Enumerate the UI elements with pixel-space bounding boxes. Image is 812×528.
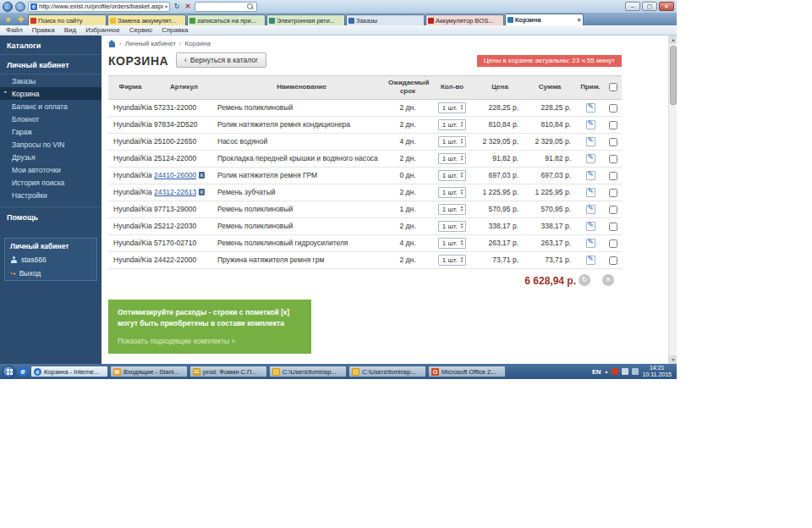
browser-tab-5[interactable]: Аккумулятор BOS... xyxy=(425,14,504,25)
browser-tab-2[interactable]: записаться на при... xyxy=(187,14,266,25)
logout-link[interactable]: ↪ Выход xyxy=(5,267,96,280)
sidebar-item-2[interactable]: Баланс и оплата xyxy=(0,100,102,113)
browser-tab-4[interactable]: Заказы xyxy=(346,14,425,25)
antivirus-tray-icon[interactable] xyxy=(612,368,618,375)
stepper-arrows-icon[interactable]: ▲▼ xyxy=(460,256,464,264)
row-checkbox[interactable] xyxy=(609,104,617,113)
close-button[interactable]: ✕ xyxy=(659,2,674,11)
sidebar-item-3[interactable]: Блокнот xyxy=(0,113,102,125)
menu-item[interactable]: Вид xyxy=(64,26,76,34)
row-checkbox[interactable] xyxy=(609,206,617,214)
user-link[interactable]: stas666 xyxy=(5,253,96,267)
breadcrumb-account-link[interactable]: Личный кабинет xyxy=(125,40,176,47)
taskbar-button-1[interactable]: ✉Входящие - Stani... xyxy=(110,366,188,377)
menu-item[interactable]: Файл xyxy=(6,26,23,34)
sidebar-item-1[interactable]: ▪Корзина xyxy=(0,87,102,100)
page-scrollbar[interactable]: ▲ ▼ xyxy=(668,36,677,364)
back-to-catalog-button[interactable]: ‹ Вернуться в каталог xyxy=(176,52,266,68)
maximize-button[interactable]: ▢ xyxy=(642,2,657,11)
taskbar-button-0[interactable]: eКорзина - Interne... xyxy=(30,366,108,377)
quantity-stepper[interactable]: 1 шт.▲▼ xyxy=(438,170,467,181)
menu-item[interactable]: Правка xyxy=(32,26,55,34)
quantity-stepper[interactable]: 1 шт.▲▼ xyxy=(438,136,467,147)
sidebar-item-6[interactable]: Друзья xyxy=(0,151,102,163)
home-icon[interactable] xyxy=(108,40,116,47)
sidebar-item-8[interactable]: История поиска xyxy=(0,176,102,189)
stepper-arrows-icon[interactable]: ▲▼ xyxy=(460,104,464,112)
ie-quicklaunch-icon[interactable]: e xyxy=(18,366,28,377)
sidebar-item-9[interactable]: Настройки xyxy=(0,189,102,201)
scrollbar-thumb[interactable] xyxy=(670,46,677,105)
search-box[interactable] xyxy=(195,2,257,12)
note-edit-icon[interactable] xyxy=(586,103,595,113)
select-all-checkbox[interactable] xyxy=(609,83,617,91)
recalculate-button[interactable]: ↻ xyxy=(579,274,590,286)
quantity-stepper[interactable]: 1 шт.▲▼ xyxy=(438,102,467,113)
sidebar-item-0[interactable]: Заказы xyxy=(0,74,102,87)
show-kits-link[interactable]: Показать подходящие комплекты » xyxy=(118,337,302,345)
taskbar-button-5[interactable]: OMicrosoft Office 2... xyxy=(428,366,506,377)
note-edit-icon[interactable] xyxy=(586,171,595,180)
clock[interactable]: 14:21 10.11.2015 xyxy=(642,365,674,379)
stepper-arrows-icon[interactable]: ▲▼ xyxy=(460,138,464,146)
sidebar-item-5[interactable]: Запросы по VIN xyxy=(0,138,102,151)
address-dropdown-icon[interactable]: ▾ xyxy=(165,3,167,9)
scroll-up-icon[interactable]: ▲ xyxy=(669,36,677,44)
row-checkbox[interactable] xyxy=(609,138,617,146)
stepper-arrows-icon[interactable]: ▲▼ xyxy=(460,223,464,230)
favorites-icon[interactable]: ★ xyxy=(3,14,14,25)
sidebar-item-4[interactable]: Гараж xyxy=(0,125,102,138)
note-edit-icon[interactable] xyxy=(586,154,595,163)
quantity-stepper[interactable]: 1 шт.▲▼ xyxy=(438,119,467,130)
note-edit-icon[interactable] xyxy=(586,205,595,214)
stepper-arrows-icon[interactable]: ▲▼ xyxy=(460,172,464,179)
tab-close-icon[interactable]: × xyxy=(577,16,581,24)
quantity-stepper[interactable]: 1 шт.▲▼ xyxy=(438,153,467,164)
article-link[interactable]: 24410-26000 xyxy=(154,171,196,179)
row-checkbox[interactable] xyxy=(609,189,617,197)
address-bar[interactable]: e http://www.exist.ru/profile/orders/bas… xyxy=(28,2,170,12)
row-checkbox[interactable] xyxy=(609,239,617,248)
volume-tray-icon[interactable] xyxy=(622,368,628,375)
sidebar-catalogs-link[interactable]: Каталоги xyxy=(0,36,102,55)
menu-item[interactable]: Избранное xyxy=(85,26,120,34)
stepper-arrows-icon[interactable]: ▲▼ xyxy=(460,239,464,247)
menu-item[interactable]: Справка xyxy=(162,26,188,34)
article-link[interactable]: 24312-22613 xyxy=(154,188,196,196)
forward-button[interactable]: → xyxy=(15,2,25,12)
sidebar-item-7[interactable]: Мои автоточки xyxy=(0,163,102,176)
browser-tab-6[interactable]: Корзина× xyxy=(505,14,584,25)
quantity-stepper[interactable]: 1 шт.▲▼ xyxy=(438,204,467,215)
note-edit-icon[interactable] xyxy=(586,137,595,146)
stepper-arrows-icon[interactable]: ▲▼ xyxy=(460,206,464,213)
stepper-arrows-icon[interactable]: ▲▼ xyxy=(460,189,464,196)
tray-expand-icon[interactable]: ▲ xyxy=(605,369,609,374)
back-button[interactable]: ← xyxy=(3,2,13,12)
stop-button[interactable]: ✕ xyxy=(184,3,192,10)
refresh-button[interactable]: ↻ xyxy=(173,3,181,10)
row-checkbox[interactable] xyxy=(609,172,617,180)
menu-item[interactable]: Сервис xyxy=(129,26,152,34)
note-edit-icon[interactable] xyxy=(586,222,595,231)
language-indicator[interactable]: EN xyxy=(592,368,601,376)
minimize-button[interactable]: – xyxy=(625,2,640,11)
row-checkbox[interactable] xyxy=(609,155,617,163)
quantity-stepper[interactable]: 1 шт.▲▼ xyxy=(438,255,467,266)
clear-cart-button[interactable]: ✕ xyxy=(602,274,614,286)
note-edit-icon[interactable] xyxy=(586,120,595,129)
stepper-arrows-icon[interactable]: ▲▼ xyxy=(460,155,464,162)
row-checkbox[interactable] xyxy=(609,256,617,265)
note-edit-icon[interactable] xyxy=(586,256,595,265)
network-tray-icon[interactable] xyxy=(632,368,639,375)
quantity-stepper[interactable]: 1 шт.▲▼ xyxy=(438,221,467,232)
start-button[interactable] xyxy=(3,366,15,378)
browser-tab-1[interactable]: Замена аккумулят... xyxy=(107,14,186,25)
browser-tab-0[interactable]: Поиск по сайту xyxy=(28,14,107,25)
row-checkbox[interactable] xyxy=(609,121,617,129)
scroll-down-icon[interactable]: ▼ xyxy=(669,355,677,364)
sidebar-account-header[interactable]: Личный кабинет xyxy=(0,55,102,74)
add-favorite-icon[interactable]: ✚ xyxy=(15,14,26,25)
note-edit-icon[interactable] xyxy=(586,188,595,197)
taskbar-button-2[interactable]: 1Cprod: Фомин С.П... xyxy=(189,366,267,377)
taskbar-button-3[interactable]: C:\Users\fominsp... xyxy=(269,366,347,377)
